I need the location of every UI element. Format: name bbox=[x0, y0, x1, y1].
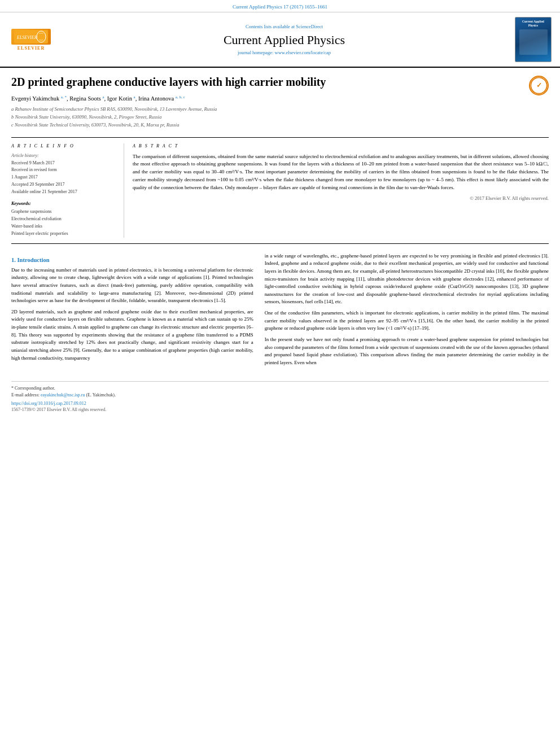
page: Current Applied Physics 17 (2017) 1655–1… bbox=[0, 0, 560, 747]
article-info-heading: A R T I C L E I N F O bbox=[11, 143, 117, 148]
received-revised-label: Received in revised form bbox=[11, 167, 117, 174]
keywords-heading: Keywords: bbox=[11, 201, 117, 206]
article-title-area: ✓ 2D printed graphene conductive layers … bbox=[11, 75, 549, 89]
affiliation-b: b Novosibirsk State University, 630090, … bbox=[11, 113, 549, 121]
elsevier-logo: ELSEVIER ELSEVIER bbox=[11, 29, 51, 51]
email-link[interactable]: eayakinchuk@nsc.isp.ru bbox=[41, 392, 85, 397]
article-title: 2D printed graphene conductive layers wi… bbox=[11, 75, 549, 89]
footnote-section: * Corresponding author. E-mail address: … bbox=[11, 381, 549, 412]
article-info-column: A R T I C L E I N F O Article history: R… bbox=[11, 143, 124, 238]
doi-line[interactable]: https://doi.org/10.1016/j.cap.2017.09.01… bbox=[11, 401, 549, 406]
elsevier-logo-image: ELSEVIER bbox=[11, 29, 51, 45]
article-history: Article history: Received 9 March 2017 R… bbox=[11, 153, 117, 196]
abstract-heading: A B S T R A C T bbox=[133, 143, 549, 148]
sciencedirect-line: Contents lists available at ScienceDirec… bbox=[62, 24, 506, 29]
accepted-date: Accepted 20 September 2017 bbox=[11, 181, 117, 189]
keyword-3: Water-based inks bbox=[11, 223, 117, 230]
elsevier-text: ELSEVIER bbox=[18, 46, 45, 51]
intro-paragraph-3: in a wide range of wavelengths, etc., gr… bbox=[265, 252, 549, 306]
abstract-column: A B S T R A C T The comparison of differ… bbox=[133, 143, 549, 238]
keyword-2: Electrochemical exfoliation bbox=[11, 216, 117, 223]
available-online: Available online 21 September 2017 bbox=[11, 189, 117, 196]
intro-paragraph-2: 2D layered materials, such as graphene a… bbox=[11, 308, 253, 362]
journal-homepage: journal homepage: www.elsevier.com/locat… bbox=[62, 50, 506, 55]
journal-header-center: Contents lists available at ScienceDirec… bbox=[62, 17, 506, 62]
authors: Evgenyi Yakimchuk a, *, Regina Soots a, … bbox=[11, 94, 549, 103]
body-right-column: in a wide range of wavelengths, etc., gr… bbox=[265, 252, 549, 370]
corresponding-label: * Corresponding author. bbox=[11, 386, 55, 391]
affiliations: a Rzhanov Institute of Semiconductor Phy… bbox=[11, 106, 549, 128]
elsevier-logo-area: ELSEVIER ELSEVIER bbox=[6, 17, 56, 62]
contents-available-text: Contents lists available at bbox=[246, 24, 295, 29]
journal-header: ELSEVIER ELSEVIER Contents lists availab… bbox=[0, 12, 560, 68]
authors-text: Evgenyi Yakimchuk a, *, Regina Soots a, … bbox=[11, 95, 185, 102]
issn-line: 1567-1739/© 2017 Elsevier B.V. All right… bbox=[11, 407, 549, 412]
intro-paragraph-1: Due to the increasing number of material… bbox=[11, 267, 253, 305]
email-author-name: (E. Yakimchuk). bbox=[86, 392, 115, 397]
journal-cover: Current Applied Physics bbox=[515, 17, 552, 62]
svg-text:✓: ✓ bbox=[536, 81, 542, 89]
body-section: 1. Introduction Due to the increasing nu… bbox=[11, 252, 549, 370]
affiliation-c: c Novosibirsk State Technical University… bbox=[11, 121, 549, 129]
affiliation-a: a Rzhanov Institute of Semiconductor Phy… bbox=[11, 106, 549, 113]
intro-paragraph-4: One of the conductive film parameters, w… bbox=[265, 309, 549, 333]
email-label: E-mail address: bbox=[11, 392, 40, 397]
intro-section-title: 1. Introduction bbox=[11, 257, 253, 263]
homepage-url[interactable]: www.elsevier.com/locate/cap bbox=[275, 50, 331, 55]
intro-paragraph-5: In the present study we have not only fo… bbox=[265, 336, 549, 367]
homepage-label: journal homepage: bbox=[238, 50, 274, 55]
main-content: ✓ 2D printed graphene conductive layers … bbox=[0, 68, 560, 423]
cover-graphic bbox=[519, 29, 548, 55]
body-left-column: 1. Introduction Due to the increasing nu… bbox=[11, 252, 253, 370]
cover-title-text: Current Applied Physics bbox=[517, 20, 549, 27]
crossmark-icon: ✓ bbox=[529, 76, 549, 95]
svg-text:ELSEVIER: ELSEVIER bbox=[16, 35, 37, 40]
article-history-heading: Article history: bbox=[11, 153, 117, 158]
email-note: E-mail address: eayakinchuk@nsc.isp.ru (… bbox=[11, 392, 549, 399]
keyword-1: Graphene suspensions bbox=[11, 208, 117, 216]
journal-reference-link[interactable]: Current Applied Physics 17 (2017) 1655–1… bbox=[233, 4, 327, 10]
article-info-abstract-section: A R T I C L E I N F O Article history: R… bbox=[11, 137, 549, 244]
abstract-text: The comparison of different suspensions,… bbox=[133, 153, 549, 193]
sciencedirect-link[interactable]: ScienceDirect bbox=[296, 24, 323, 29]
keyword-4: Printed layer electric properties bbox=[11, 230, 117, 238]
journal-cover-area: Current Applied Physics bbox=[512, 17, 554, 62]
keywords-section: Keywords: Graphene suspensions Electroch… bbox=[11, 201, 117, 237]
journal-reference-bar: Current Applied Physics 17 (2017) 1655–1… bbox=[0, 0, 560, 12]
revised-date: 1 August 2017 bbox=[11, 174, 117, 181]
journal-title: Current Applied Physics bbox=[62, 33, 506, 47]
copyright-line: © 2017 Elsevier B.V. All rights reserved… bbox=[133, 195, 549, 201]
corresponding-author-note: * Corresponding author. bbox=[11, 385, 549, 392]
crossmark-badge: ✓ bbox=[529, 76, 549, 95]
received-date: Received 9 March 2017 bbox=[11, 160, 117, 167]
